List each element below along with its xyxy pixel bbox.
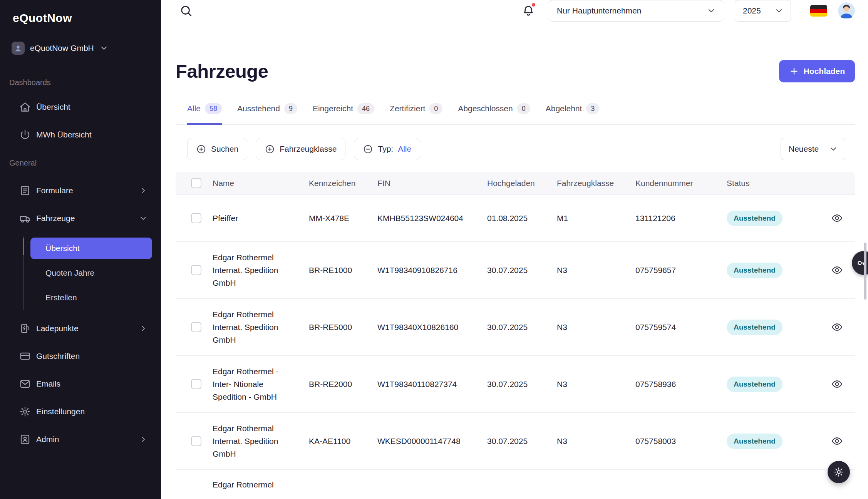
- year-select[interactable]: 2025: [735, 0, 791, 22]
- submenu-item-erstellen[interactable]: Erstellen: [30, 287, 152, 308]
- eye-icon: [831, 378, 843, 390]
- company-selector[interactable]: eQuotNow GmbH: [12, 41, 161, 55]
- cell-kennzeichen: BR-RE2000: [309, 380, 377, 389]
- company-name: eQuotNow GmbH: [30, 44, 94, 53]
- cell-name: Pfeiffer: [213, 212, 299, 224]
- active-item-marker: [23, 238, 24, 255]
- select-all-checkbox[interactable]: [176, 178, 213, 188]
- table-row: Edgar Rothermel Internat. Spedition GmbH…: [176, 299, 855, 356]
- sidebar-item-emails[interactable]: Emails: [0, 370, 161, 398]
- mail-icon: [19, 378, 31, 390]
- row-checkbox[interactable]: [176, 379, 213, 389]
- vehicles-table: Name Kennzeichen FIN Hochgeladen Fahrzeu…: [176, 172, 855, 499]
- view-row-button[interactable]: [831, 435, 843, 447]
- sidebar-item-ladepunkte[interactable]: Ladepunkte: [0, 315, 161, 342]
- column-header-kennzeichen: Kennzeichen: [309, 179, 377, 188]
- cell-kundennummer: 075759657: [635, 266, 727, 275]
- row-checkbox[interactable]: [176, 322, 213, 332]
- form-icon: [19, 185, 31, 196]
- notification-dot: [531, 2, 536, 8]
- cell-kundennummer: 075758936: [635, 380, 727, 389]
- company-filter-value: Nur Hauptunternehmen: [557, 6, 641, 15]
- submenu-item-quoten-jahre[interactable]: Quoten Jahre: [30, 262, 152, 284]
- cell-kennzeichen: MM-X478E: [309, 214, 377, 223]
- company-filter-select[interactable]: Nur Hauptunternehmen: [549, 0, 723, 22]
- cell-hochgeladen: 30.07.2025: [487, 266, 557, 275]
- cell-name: Edgar Rothermal Internat. Spedition GmbH: [213, 422, 299, 460]
- search-button[interactable]: [179, 4, 193, 17]
- upload-button[interactable]: Hochladen: [779, 60, 855, 82]
- user-avatar[interactable]: [838, 2, 855, 19]
- cell-kundennummer: 075758003: [635, 437, 727, 446]
- cell-hochgeladen: 30.07.2025: [487, 437, 557, 446]
- status-badge: Ausstehend: [727, 434, 783, 449]
- sidebar-section-dashboards: Dashboards: [9, 78, 161, 87]
- cell-name: Edgar Rotnermel: [213, 478, 299, 491]
- chevron-down-icon: [139, 214, 148, 223]
- german-flag-icon[interactable]: [810, 5, 827, 17]
- column-header-fahrzeugklasse: Fahrzeugklasse: [557, 179, 635, 188]
- sidebar-section-general: General: [9, 159, 161, 167]
- column-header-kundennummer: Kundennummer: [635, 179, 727, 188]
- tab-count-badge: 46: [357, 103, 374, 114]
- tab-ausstehend[interactable]: Ausstehend 9: [237, 103, 297, 125]
- settings-fab-button[interactable]: [828, 461, 850, 483]
- status-badge: Ausstehend: [727, 211, 783, 226]
- tab-count-badge: 0: [517, 103, 530, 114]
- vehicle-class-filter-button[interactable]: Fahrzeugklasse: [256, 138, 345, 160]
- page-content: Fahrzeuge Hochladen Alle 58 Ausstehend 9…: [161, 22, 868, 499]
- cell-fin: W1T98340910826716: [377, 266, 487, 275]
- sidebar-item-label: Emails: [36, 379, 60, 388]
- chevron-down-icon: [774, 6, 784, 15]
- status-badge: Ausstehend: [727, 263, 783, 278]
- cell-fahrzeugklasse: N3: [557, 380, 635, 389]
- sort-select[interactable]: Neueste: [781, 138, 845, 160]
- tab-abgeschlossen[interactable]: Abgeschlossen 0: [458, 103, 530, 125]
- cell-name: Edgar Rothermel Internat. Spedition GmbH: [213, 308, 299, 346]
- notifications-button[interactable]: [522, 4, 535, 17]
- view-row-button[interactable]: [831, 321, 843, 333]
- tab-count-badge: 0: [429, 103, 442, 114]
- tab-zertifiziert[interactable]: Zertifiziert 0: [390, 103, 442, 125]
- row-checkbox[interactable]: [176, 213, 213, 223]
- tab-label: Abgelehnt: [546, 103, 582, 114]
- view-row-button[interactable]: [831, 264, 843, 276]
- sidebar-item-gutschriften[interactable]: Gutschriften: [0, 342, 161, 370]
- sidebar-item-fahrzeuge[interactable]: Fahrzeuge: [0, 204, 161, 232]
- tab-label: Abgeschlossen: [458, 103, 513, 114]
- view-row-button[interactable]: [831, 378, 843, 390]
- sidebar-item-mwh-uebersicht[interactable]: MWh Übersicht: [0, 121, 161, 149]
- topbar: Nur Hauptunternehmen 2025: [161, 0, 868, 22]
- main-area: Nur Hauptunternehmen 2025 Fahrzeuge: [161, 0, 868, 499]
- tab-eingereicht[interactable]: Eingereicht 46: [313, 103, 374, 125]
- tab-alle[interactable]: Alle 58: [187, 103, 222, 125]
- sidebar: eQuotNow eQuotNow GmbH Dashboards Übersi…: [0, 0, 161, 499]
- view-row-button[interactable]: [831, 212, 843, 224]
- chevron-down-icon: [707, 6, 716, 15]
- cell-kennzeichen: BR-RE1000: [309, 266, 377, 275]
- sidebar-item-uebersicht[interactable]: Übersicht: [0, 93, 161, 121]
- cell-fin: WKESD000001147748: [377, 437, 487, 446]
- type-filter-button[interactable]: Typ: Alle: [354, 138, 420, 160]
- sort-value: Neueste: [789, 144, 819, 154]
- tab-count-badge: 58: [205, 103, 222, 114]
- sidebar-item-admin[interactable]: Admin: [0, 425, 161, 453]
- submenu-item-uebersicht[interactable]: Übersicht: [30, 238, 152, 259]
- cell-name: Edgar Rothermel Internat. Spedition GmbH: [213, 251, 299, 289]
- tab-abgelehnt[interactable]: Abgelehnt 3: [546, 103, 600, 125]
- cell-fin: KMHB55123SW024604: [377, 214, 487, 223]
- sidebar-nav-general: Formulare Fahrzeuge Übersicht Quoten Jah…: [0, 177, 161, 453]
- search-filter-button[interactable]: Suchen: [187, 138, 247, 160]
- status-badge: Ausstehend: [727, 320, 783, 335]
- chevron-down-icon: [99, 44, 109, 53]
- sidebar-item-formulare[interactable]: Formulare: [0, 177, 161, 204]
- status-badge: Ausstehend: [727, 377, 783, 392]
- filter-label: Suchen: [211, 144, 238, 154]
- row-checkbox[interactable]: [176, 265, 213, 275]
- row-checkbox[interactable]: [176, 436, 213, 446]
- sidebar-item-label: Gutschriften: [36, 352, 80, 361]
- scrollbar-thumb[interactable]: [864, 243, 866, 300]
- filter-label: Fahrzeugklasse: [280, 144, 337, 154]
- sidebar-item-einstellungen[interactable]: Einstellungen: [0, 398, 161, 425]
- table-row: Edgar Rothermal Internat. Spedition GmbH…: [176, 413, 855, 470]
